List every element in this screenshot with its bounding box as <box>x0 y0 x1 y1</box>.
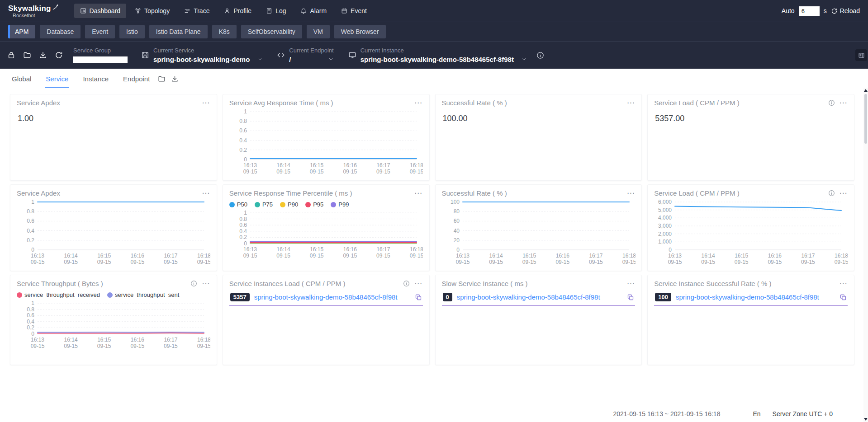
info-icon[interactable] <box>403 280 410 287</box>
value-badge: 0 <box>443 293 452 301</box>
svg-text:0.8: 0.8 <box>27 306 34 313</box>
download-icon[interactable] <box>39 51 47 59</box>
profile-icon <box>224 8 230 14</box>
scrollbar-thumb[interactable] <box>864 94 867 144</box>
svg-text:16:15: 16:15 <box>97 337 111 343</box>
card-menu-icon[interactable]: ⋯ <box>627 282 636 286</box>
service-group-input[interactable] <box>73 56 128 63</box>
main-nav: DashboardTopologyTraceProfileLogAlarmEve… <box>74 4 373 18</box>
legend-item-p75[interactable]: P75 <box>255 201 273 208</box>
legend-item-p95[interactable]: P95 <box>305 201 323 208</box>
instance-link[interactable]: spring-boot-skywalking-demo-58b48465cf-8… <box>457 293 623 301</box>
instance-link[interactable]: spring-boot-skywalking-demo-58b48465cf-8… <box>676 293 835 301</box>
card-menu-icon[interactable]: ⋯ <box>414 282 423 286</box>
svg-text:0.2: 0.2 <box>27 237 34 244</box>
legend-item-service-throughput-received[interactable]: service_throughput_received <box>17 291 100 298</box>
template-tab-web-browser[interactable]: Web Browser <box>334 25 386 38</box>
info-icon[interactable] <box>190 280 197 287</box>
folder-icon[interactable] <box>158 75 166 83</box>
copy-icon[interactable] <box>415 294 422 301</box>
view-tab-service[interactable]: Service <box>45 70 69 88</box>
download-icon[interactable] <box>171 75 179 83</box>
card-menu-icon[interactable]: ⋯ <box>627 101 636 105</box>
svg-text:1: 1 <box>244 210 247 216</box>
info-icon[interactable] <box>536 52 544 59</box>
view-tab-global[interactable]: Global <box>11 70 32 88</box>
copy-icon[interactable] <box>627 294 634 301</box>
card-menu-icon[interactable]: ⋯ <box>202 282 210 286</box>
legend-item-p50[interactable]: P50 <box>229 201 247 208</box>
nav-item-event[interactable]: Event <box>335 4 373 18</box>
template-tab-event[interactable]: Event <box>85 25 115 38</box>
refresh-icon <box>831 8 838 14</box>
chart: 00.20.40.60.8116:1309-1516:1409-1516:150… <box>229 108 423 177</box>
view-tab-endpoint[interactable]: Endpoint <box>122 70 151 88</box>
svg-text:0: 0 <box>456 247 460 253</box>
nav-item-dashboard[interactable]: Dashboard <box>74 4 127 18</box>
card-menu-icon[interactable]: ⋯ <box>627 192 636 195</box>
auto-refresh-input[interactable] <box>799 6 820 16</box>
svg-text:16:16: 16:16 <box>131 337 144 343</box>
template-tab-database[interactable]: Database <box>40 25 81 38</box>
refresh-icon[interactable] <box>55 51 63 59</box>
nav-item-alarm[interactable]: Alarm <box>294 4 332 18</box>
card-menu-icon[interactable]: ⋯ <box>202 192 210 195</box>
svg-text:16:15: 16:15 <box>735 253 748 259</box>
svg-text:09-15: 09-15 <box>243 253 257 259</box>
legend-item-p99[interactable]: P99 <box>331 201 349 208</box>
folder-icon[interactable] <box>23 51 31 59</box>
language-toggle[interactable]: En <box>753 410 760 417</box>
legend-item-p90[interactable]: P90 <box>280 201 298 208</box>
instance-row: 100spring-boot-skywalking-demo-58b48465c… <box>654 293 848 306</box>
current-service-select[interactable]: Current Service spring-boot-skywalking-d… <box>141 47 262 63</box>
nav-item-topology[interactable]: Topology <box>129 4 175 18</box>
svg-text:09-15: 09-15 <box>197 343 210 349</box>
scroll-up-arrow[interactable] <box>864 89 868 92</box>
template-tab-k8s[interactable]: K8s <box>212 25 237 38</box>
current-instance-select[interactable]: Current Instance spring-boot-skywalking-… <box>348 47 526 63</box>
svg-text:0.2: 0.2 <box>239 147 247 153</box>
nav-item-trace[interactable]: Trace <box>178 4 215 18</box>
info-icon[interactable] <box>828 99 835 106</box>
value-badge: 5357 <box>230 293 250 301</box>
view-tab-instance[interactable]: Instance <box>82 70 109 88</box>
svg-text:16:18: 16:18 <box>410 246 423 253</box>
svg-text:0.8: 0.8 <box>239 216 247 222</box>
service-group-label: Service Group <box>73 47 128 54</box>
copy-icon[interactable] <box>840 294 847 301</box>
logo-subtitle: Rocketbot <box>8 13 59 18</box>
card-menu-icon[interactable]: ⋯ <box>414 101 423 105</box>
card-menu-icon[interactable]: ⋯ <box>414 192 423 195</box>
template-tab-istio[interactable]: Istio <box>119 25 145 38</box>
info-icon[interactable] <box>828 190 835 197</box>
nav-item-profile[interactable]: Profile <box>218 4 257 18</box>
template-tab-apm[interactable]: APM <box>8 25 35 38</box>
svg-text:09-15: 09-15 <box>835 259 848 265</box>
scrollbar[interactable] <box>863 88 868 422</box>
nav-item-log[interactable]: Log <box>260 4 292 18</box>
panel-toggle-button[interactable] <box>855 49 867 61</box>
template-tab-istio-data-plane[interactable]: Istio Data Plane <box>149 25 208 38</box>
card-menu-icon[interactable]: ⋯ <box>840 282 848 286</box>
svg-text:16:13: 16:13 <box>31 253 44 259</box>
logo[interactable]: Skywalking Rocketbot <box>8 4 59 18</box>
metric-value: 1.00 <box>18 114 210 123</box>
card-menu-icon[interactable]: ⋯ <box>840 192 848 195</box>
template-tab-vm[interactable]: VM <box>307 25 330 38</box>
footer: 2021-09-15 16:13 ~ 2021-09-15 16:18 En S… <box>10 410 854 417</box>
card-menu-icon[interactable]: ⋯ <box>202 101 210 105</box>
scroll-down-arrow[interactable] <box>864 418 868 421</box>
current-endpoint-select[interactable]: Current Endpoint / <box>277 47 333 63</box>
card-header: Service Instances Load ( CPM / PPM )⋯ <box>229 280 423 287</box>
reload-button[interactable]: Reload <box>831 7 860 14</box>
chart: 02040608010016:1309-1516:1409-1516:1509-… <box>442 198 636 267</box>
instance-link[interactable]: spring-boot-skywalking-demo-58b48465cf-8… <box>254 293 410 301</box>
template-tab-selfobservability[interactable]: SelfObservability <box>241 25 302 38</box>
legend-item-service-throughput-sent[interactable]: service_throughput_sent <box>107 291 179 298</box>
card-menu-icon[interactable]: ⋯ <box>840 101 848 105</box>
lock-icon[interactable] <box>7 51 15 59</box>
svg-text:16:17: 16:17 <box>164 337 177 343</box>
svg-text:09-15: 09-15 <box>589 259 603 265</box>
svg-text:16:15: 16:15 <box>310 246 323 253</box>
trace-icon <box>184 8 190 14</box>
